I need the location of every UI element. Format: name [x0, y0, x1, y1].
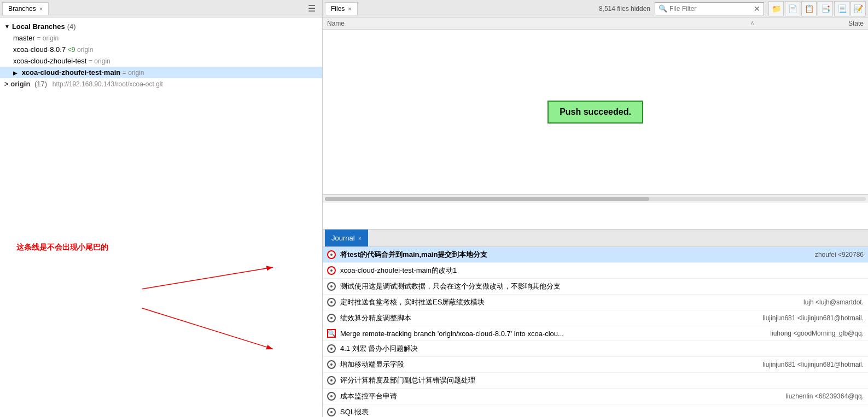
main-layout: Branches × ☰ ▼ Local Branches (4) master… [0, 0, 868, 417]
journal-row-6[interactable]: 🔍Merge remote-tracking branch 'origin/xc… [323, 326, 868, 341]
commit-message: 将test的代码合并到main,main提交到本地分支 [340, 250, 811, 260]
branches-tab-close[interactable]: × [39, 6, 43, 12]
remote-branches-arrow: > [4, 80, 10, 88]
remote-branches-count: (17) [34, 80, 47, 88]
commit-message: xcoa-cloud-zhoufei-test-main的改动1 [340, 266, 864, 275]
annotation-area: 这条线是不会出现小尾巴的 [0, 221, 322, 418]
file-icon-doc2[interactable]: 📋 [801, 1, 817, 16]
svg-line-1 [142, 267, 273, 289]
branch-name-zhoufei-main: xcoa-cloud-zhoufei-test-main [22, 68, 121, 77]
journal-row-4[interactable]: 定时推送食堂考核，实时推送ES屏蔽绩效模块lujh <lujh@smartdot… [323, 295, 868, 310]
files-tab[interactable]: Files × [325, 2, 358, 15]
commit-message: SQL报表 [340, 407, 864, 417]
branches-tab-bar: Branches × ☰ [0, 0, 322, 17]
active-branch-arrow: ▶ [13, 70, 18, 76]
annotation-text: 这条线是不会出现小尾巴的 [16, 243, 108, 252]
branch-name-master: master [13, 34, 35, 42]
commit-circle-icon [327, 250, 336, 259]
commit-message: 绩效算分精度调整脚本 [340, 313, 758, 323]
branch-ahead-807: <9 [68, 46, 75, 54]
journal-row-11[interactable]: SQL报表 [323, 404, 868, 417]
branch-origin-zhoufei-main: = origin [123, 69, 144, 77]
remote-branches-name: origin [10, 80, 30, 88]
local-branches-label: Local Branches [12, 22, 65, 31]
journal-list: 将test的代码合并到main,main提交到本地分支zhoufei <9207… [323, 247, 868, 417]
commit-circle-icon [327, 376, 336, 385]
file-icon-folder[interactable]: 📁 [768, 1, 784, 16]
journal-tab-bar: Journal × [323, 230, 868, 247]
commit-author: liuhong <goodMorning_glb@qq. [770, 330, 864, 337]
commit-message: 4.1 刘宏 督办小问题解决 [340, 344, 864, 354]
branch-name-xcoa-807: xcoa-cloud-8.0.7 [13, 45, 66, 54]
branch-origin-master: = origin [37, 34, 59, 42]
left-panel: Branches × ☰ ▼ Local Branches (4) master… [0, 0, 323, 417]
files-hidden-count: 8,514 files hidden [599, 5, 650, 13]
journal-panel: Journal × 将test的代码合并到main,main提交到本地分支zho… [323, 230, 868, 417]
col-state-header: State [754, 20, 864, 27]
journal-row-3[interactable]: 测试使用这是调试测试数据，只会在这个分支做改动，不影响其他分支 [323, 279, 868, 295]
file-toolbar-icons: 📁 📄 📋 📑 📃 📝 [768, 1, 866, 16]
files-table-header: Name ∧ State [323, 17, 868, 30]
journal-tab-close[interactable]: × [358, 235, 362, 242]
commit-message: 测试使用这是调试测试数据，只会在这个分支做改动，不影响其他分支 [340, 281, 864, 291]
local-branches-header[interactable]: ▼ Local Branches (4) [0, 21, 322, 32]
commit-circle-icon [327, 298, 336, 307]
branch-name-zhoufei-test: xcoa-cloud-zhoufei-test [13, 57, 86, 65]
commit-circle-icon [327, 408, 336, 416]
commit-message: Merge remote-tracking branch 'origin/xco… [340, 330, 766, 338]
branch-origin-zhoufei: = origin [89, 57, 110, 65]
horizontal-scrollbar[interactable] [323, 194, 868, 203]
journal-tab[interactable]: Journal × [325, 230, 368, 246]
files-panel: Files × 8,514 files hidden 🔍 ✕ 📁 📄 📋 [323, 0, 868, 230]
filter-search-icon: 🔍 [659, 4, 667, 13]
file-filter-container: 🔍 ✕ [655, 2, 764, 15]
branches-menu-icon[interactable]: ☰ [304, 3, 320, 14]
journal-row-5[interactable]: 绩效算分精度调整脚本liujinjun681 <liujinjun681@hot… [323, 310, 868, 326]
commit-author: lujh <lujh@smartdot. [803, 298, 864, 306]
files-tab-label: Files [331, 5, 345, 13]
commit-message: 定时推送食堂考核，实时推送ES屏蔽绩效模块 [340, 297, 799, 307]
right-panel: Files × 8,514 files hidden 🔍 ✕ 📁 📄 📋 [323, 0, 868, 417]
file-icon-doc3[interactable]: 📑 [818, 1, 833, 16]
scrollbar-track[interactable] [325, 197, 866, 201]
file-icon-doc4[interactable]: 📃 [834, 1, 849, 16]
branch-item-xcoa-zhoufei-test-main[interactable]: ▶ xcoa-cloud-zhoufei-test-main = origin [0, 67, 322, 78]
journal-row-8[interactable]: 增加移动端显示字段liujinjun681 <liujinjun681@hotm… [323, 357, 868, 373]
remote-branches-url: http://192.168.90.143/root/xcoa-oct.git [53, 80, 163, 88]
journal-row-7[interactable]: 4.1 刘宏 督办小问题解决 [323, 341, 868, 357]
commit-circle-icon [327, 360, 336, 369]
branch-origin-807: origin [77, 46, 93, 54]
journal-row-2[interactable]: xcoa-cloud-zhoufei-test-main的改动1 [323, 263, 868, 279]
journal-tab-label: Journal [331, 234, 355, 242]
files-content: Push succeeded. [323, 30, 868, 194]
remote-branches-header[interactable]: > origin (17) http://192.168.90.143/root… [0, 78, 322, 90]
commit-author: liuzhenlin <68239364@qq. [785, 392, 864, 400]
scrollbar-thumb[interactable] [325, 197, 649, 201]
journal-row-9[interactable]: 评分计算精度及部门副总计算错误问题处理 [323, 373, 868, 389]
file-icon-doc5[interactable]: 📝 [850, 1, 866, 16]
file-filter-input[interactable] [669, 5, 752, 13]
push-success-badge: Push succeeded. [547, 101, 643, 124]
branch-item-master[interactable]: master = origin [0, 32, 322, 44]
journal-row-10[interactable]: 成本监控平台申请liuzhenlin <68239364@qq. [323, 389, 868, 404]
local-branches-count: (4) [67, 22, 76, 31]
branch-item-xcoa-cloud-807[interactable]: xcoa-cloud-8.0.7 <9 origin [0, 44, 322, 55]
file-icon-doc1[interactable]: 📄 [785, 1, 800, 16]
commit-message: 成本监控平台申请 [340, 391, 781, 401]
files-tab-bar: Files × 8,514 files hidden 🔍 ✕ 📁 📄 📋 [323, 0, 868, 17]
commit-circle-icon [327, 314, 336, 322]
commit-author: zhoufei <920786 [815, 251, 864, 259]
filter-clear-icon[interactable]: ✕ [754, 4, 760, 13]
commit-message: 评分计算精度及部门副总计算错误问题处理 [340, 375, 864, 385]
commit-author: liujinjun681 <liujinjun681@hotmail. [762, 361, 864, 368]
col-name-header[interactable]: Name [327, 20, 750, 27]
commit-circle-icon [327, 344, 336, 353]
commit-message: 增加移动端显示字段 [340, 360, 758, 369]
svg-line-2 [142, 308, 273, 349]
branches-tab[interactable]: Branches × [2, 2, 49, 15]
commit-circle-icon [327, 282, 336, 291]
branch-item-xcoa-zhoufei-test[interactable]: xcoa-cloud-zhoufei-test = origin [0, 55, 322, 67]
commit-circle-icon [327, 266, 336, 275]
files-tab-close[interactable]: × [348, 6, 351, 12]
journal-row-1[interactable]: 将test的代码合并到main,main提交到本地分支zhoufei <9207… [323, 247, 868, 263]
